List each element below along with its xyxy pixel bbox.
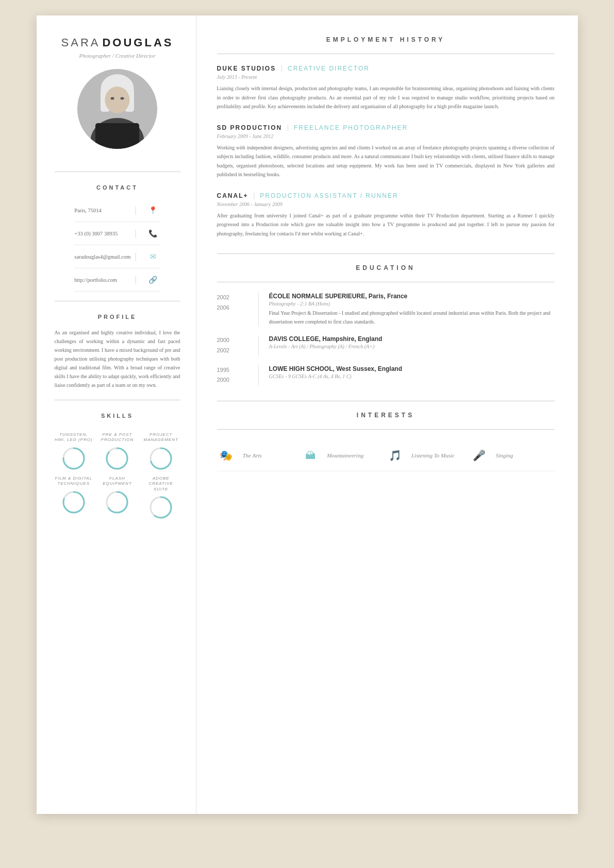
edu-block-2: 1995 2000 LOWE HIGH SCHOOL, West Sussex,… (217, 365, 555, 386)
edu-year-start-0: 2002 (217, 293, 258, 303)
edu-degree-0: Photography - 2:1 BA (Hons) (269, 301, 555, 307)
job-desc-1: Working with independent designers, adve… (217, 143, 555, 179)
interest-label-2: Listening To Music (411, 452, 455, 458)
edu-school-0: ÉCOLE NORMALE SUPERIEURE, Paris, France (269, 293, 555, 300)
education-title: EDUCATION (217, 264, 555, 271)
edu-block-1: 2000 2002 DAVIS COLLEGE, Hampshire, Engl… (217, 335, 555, 356)
name-block: SARA DOUGLAS (61, 36, 174, 49)
job-title-0: CREATIVE DIRECTOR (288, 65, 370, 72)
profile-divider (55, 301, 180, 301)
link-icon: 🔗 (146, 273, 160, 287)
subtitle: Photographer / Creative Director (79, 53, 156, 59)
edu-years-2: 1995 2000 (217, 365, 258, 386)
contact-item-2: saradouglas4@gmail.com | ✉ (74, 245, 160, 268)
edu-years-0: 2002 2006 (217, 293, 258, 326)
skill-circle-4 (105, 490, 129, 515)
job-dates-1: February 2009 - June 2012 (217, 133, 555, 139)
skill-item-1: PRE & POST PRODUCTION (98, 432, 137, 471)
contact-item-3: http://portfolio.com | 🔗 (74, 268, 160, 292)
skill-circle-5 (148, 495, 173, 520)
contact-text-0: Paris, 75014 (74, 208, 130, 213)
edu-degree-2: GCSEs - 9 GCSEs A-C (4 As, 4 Bs, 1 C) (269, 373, 555, 379)
interest-item-0: 🎭 The Arts (217, 440, 302, 471)
interests-grid: 🎭 The Arts 🏔 Mountaineering 🎵 Listening … (217, 440, 555, 471)
company-name-0: DUKE STUDIOS (217, 65, 276, 72)
resume-page: SARA DOUGLAS Photographer / Creative Dir… (37, 15, 578, 814)
skill-label-1: PRE & POST PRODUCTION (98, 432, 137, 443)
jobs-list: DUKE STUDIOS | CREATIVE DIRECTOR July 20… (217, 64, 555, 238)
profile-title: PROFILE (98, 314, 137, 320)
interest-item-2: 🎵 Listening To Music (386, 440, 470, 471)
phone-icon: 📞 (146, 226, 160, 241)
edu-school-2: LOWE HIGH SCHOOL, West Sussex, England (269, 365, 555, 372)
interests-divider-bottom (217, 429, 555, 430)
skill-circle-1 (105, 446, 129, 471)
first-name: SARA (61, 36, 101, 49)
right-column: EMPLOYMENT HISTORY DUKE STUDIOS | CREATI… (196, 15, 578, 814)
svg-point-10 (121, 97, 124, 100)
svg-point-8 (105, 87, 130, 113)
edu-year-end-0: 2006 (217, 303, 258, 313)
job-title-2: PRODUCTION ASSISTANT / RUNNER (260, 192, 398, 199)
edu-degree-1: A-Levels - Art (A) / Photography (A) / F… (269, 344, 555, 349)
edu-years-1: 2000 2002 (217, 335, 258, 356)
skills-grid: TUNGSTEN, HMI, LED (PRO) PRE & POST PROD… (55, 432, 180, 520)
contact-title: CONTACT (96, 184, 138, 191)
skill-label-4: FLASH EQUIPMENT (98, 476, 137, 487)
interest-label-0: The Arts (243, 452, 262, 458)
job-pipe-1: | (287, 124, 289, 132)
skill-item-2: PROJECT MANAGEMENT (142, 432, 180, 471)
job-pipe-2: | (254, 192, 255, 200)
interest-row-0: 🎭 The Arts 🏔 Mountaineering (217, 440, 386, 471)
job-pipe-0: | (281, 64, 283, 73)
job-dates-2: November 2006 - January 2009 (217, 201, 555, 207)
contact-text-2: saradouglas4@gmail.com (74, 254, 130, 260)
interests-title: INTERESTS (217, 412, 555, 419)
left-column: SARA DOUGLAS Photographer / Creative Dir… (37, 15, 196, 814)
job-block-0: DUKE STUDIOS | CREATIVE DIRECTOR July 20… (217, 64, 555, 111)
job-title-1: FREELANCE PHOTOGRAPHER (294, 124, 408, 131)
education-divider-top (217, 253, 555, 254)
skill-circle-2 (148, 446, 173, 471)
job-block-2: CANAL+ | PRODUCTION ASSISTANT / RUNNER N… (217, 192, 555, 239)
edu-content-1: DAVIS COLLEGE, Hampshire, England A-Leve… (258, 335, 555, 356)
job-header-1: SD PRODUCTION | FREELANCE PHOTOGRAPHER (217, 124, 555, 132)
skill-item-3: FILM & DIGITAL TECHNIQUES (55, 476, 93, 520)
contact-item-1: +33 (0) 3007 38935 | 📞 (74, 222, 160, 245)
skills-divider (55, 400, 180, 400)
interest-item-3: 🎤 Singing (470, 440, 555, 471)
education-divider-bottom (217, 282, 555, 282)
skill-circle-3 (61, 490, 86, 515)
skill-item-4: FLASH EQUIPMENT (98, 476, 137, 520)
last-name: DOUGLAS (102, 36, 173, 49)
contact-item-0: Paris, 75014 | 📍 (74, 199, 160, 222)
skill-label-0: TUNGSTEN, HMI, LED (PRO) (55, 432, 93, 443)
location-icon: 📍 (146, 203, 160, 217)
edu-year-start-1: 2000 (217, 335, 258, 346)
svg-point-9 (111, 97, 114, 100)
edu-school-1: DAVIS COLLEGE, Hampshire, England (269, 335, 555, 343)
employment-divider (217, 54, 555, 54)
profile-text: As an organised and highly creative indi… (55, 328, 180, 389)
job-header-2: CANAL+ | PRODUCTION ASSISTANT / RUNNER (217, 192, 555, 200)
edu-year-end-1: 2002 (217, 346, 258, 356)
skill-item-5: ADOBE CREATIVE SUITE (142, 476, 180, 520)
interest-item-1: 🏔 Mountaineering (301, 440, 386, 471)
contact-text-3: http://portfolio.com (74, 277, 130, 283)
skill-label-3: FILM & DIGITAL TECHNIQUES (55, 476, 93, 487)
interest-row-1: 🎵 Listening To Music 🎤 Singing (386, 440, 555, 471)
singing-icon: 🎤 (470, 446, 489, 465)
employment-title: EMPLOYMENT HISTORY (217, 36, 555, 43)
job-header-0: DUKE STUDIOS | CREATIVE DIRECTOR (217, 64, 555, 73)
mountaineering-icon: 🏔 (301, 446, 320, 465)
interest-label-3: Singing (496, 452, 513, 458)
company-name-1: SD PRODUCTION (217, 124, 283, 131)
edu-desc-0: Final Year Project & Dissertation - I st… (269, 309, 555, 326)
skill-label-5: ADOBE CREATIVE SUITE (142, 476, 180, 492)
avatar (77, 69, 157, 149)
company-name-2: CANAL+ (217, 192, 248, 199)
edu-year-end-2: 2000 (217, 375, 258, 385)
edu-content-0: ÉCOLE NORMALE SUPERIEURE, Paris, France … (258, 293, 555, 326)
music-icon: 🎵 (386, 446, 404, 465)
interests-divider-top (217, 401, 555, 401)
